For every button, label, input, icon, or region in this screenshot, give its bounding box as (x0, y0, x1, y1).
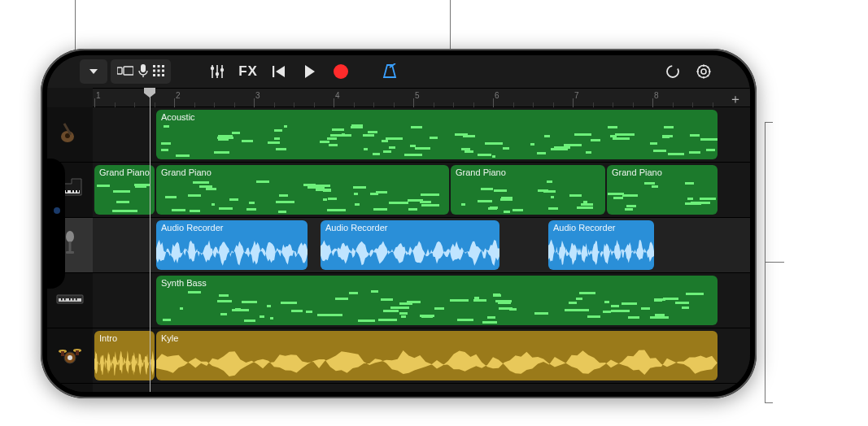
region[interactable]: Intro (94, 331, 155, 380)
fx-button[interactable]: FX (234, 59, 262, 84)
midi-content (451, 180, 605, 215)
region-label: Synth Bass (156, 276, 718, 290)
bar-number: 2 (176, 91, 181, 100)
skip-back-icon (273, 66, 286, 77)
svg-rect-37 (71, 190, 72, 193)
svg-rect-41 (69, 241, 72, 251)
svg-rect-36 (66, 190, 68, 193)
nav-menu-button[interactable] (80, 59, 107, 84)
drums-icon (56, 343, 84, 369)
guitar-icon (58, 120, 82, 150)
region[interactable]: Audio Recorder (321, 220, 499, 270)
bar-number: 6 (495, 91, 499, 100)
svg-rect-4 (158, 65, 160, 67)
callout-tick (765, 402, 773, 403)
play-button[interactable] (296, 59, 324, 84)
region-label: Acoustic (156, 110, 718, 124)
svg-line-27 (699, 67, 700, 68)
region[interactable]: Grand Piano (451, 165, 605, 215)
svg-rect-46 (64, 298, 66, 301)
svg-rect-11 (162, 74, 164, 76)
svg-point-40 (66, 231, 74, 242)
toolbar: FX (47, 55, 750, 88)
track-header[interactable] (47, 107, 93, 163)
svg-rect-3 (153, 65, 155, 67)
notch (47, 159, 65, 289)
svg-rect-54 (61, 351, 64, 356)
svg-rect-6 (153, 69, 155, 72)
sections-icon[interactable] (117, 65, 133, 79)
record-button[interactable] (327, 59, 355, 84)
chevron-down-icon (88, 66, 99, 77)
track-lane[interactable]: Acoustic (93, 107, 750, 163)
svg-rect-7 (158, 69, 160, 72)
svg-rect-49 (76, 298, 77, 301)
svg-rect-38 (74, 190, 76, 193)
keyboard-icon (56, 290, 84, 311)
metronome-button[interactable] (376, 59, 403, 84)
track-lane[interactable]: Synth Bass (93, 273, 750, 328)
record-icon (334, 64, 348, 79)
svg-point-17 (220, 68, 224, 72)
region[interactable]: Audio Recorder (548, 220, 654, 270)
screen: FX 12345678 ＋ (47, 55, 750, 392)
region[interactable]: Synth Bass (156, 276, 718, 325)
svg-rect-0 (117, 67, 122, 74)
region[interactable]: Kyle (156, 331, 718, 380)
track-lane[interactable]: Grand PianoGrand PianoGrand PianoGrand P… (93, 163, 750, 218)
waveform-content (321, 235, 499, 270)
bar-number: 4 (335, 91, 340, 100)
region-label: Intro (94, 331, 155, 346)
go-to-start-button[interactable] (265, 59, 293, 84)
svg-rect-10 (158, 74, 160, 76)
ruler[interactable]: 12345678 (93, 88, 750, 107)
svg-point-15 (211, 67, 214, 70)
track-header[interactable] (47, 328, 93, 384)
svg-point-20 (667, 66, 678, 77)
waveform-content (156, 235, 308, 270)
waveform-content (94, 346, 155, 380)
svg-rect-8 (162, 69, 164, 72)
midi-content (94, 180, 155, 215)
bar-number: 8 (654, 91, 659, 100)
track-lane[interactable]: IntroKyle (93, 328, 750, 384)
region[interactable]: Acoustic (156, 110, 718, 159)
tracks-area[interactable]: AcousticGrand PianoGrand PianoGrand Pian… (93, 107, 750, 392)
midi-content (156, 290, 718, 325)
bar-number: 7 (574, 91, 579, 100)
grid-icon[interactable] (153, 65, 164, 79)
region-label: Audio Recorder (156, 220, 308, 235)
settings-button[interactable] (690, 59, 718, 84)
svg-line-29 (699, 76, 700, 77)
playhead[interactable] (150, 88, 150, 392)
loop-button[interactable] (659, 59, 687, 84)
metronome-icon (382, 63, 398, 80)
callout-tick (765, 262, 784, 263)
midi-content (156, 124, 718, 159)
svg-rect-55 (76, 350, 79, 355)
waveform-content (548, 235, 654, 270)
svg-rect-42 (66, 251, 74, 254)
region[interactable]: Grand Piano (607, 165, 718, 215)
midi-content (156, 180, 449, 215)
mixer-button[interactable] (203, 59, 231, 84)
region[interactable]: Grand Piano (94, 165, 155, 215)
track-lane[interactable]: Audio RecorderAudio RecorderAudio Record… (93, 218, 750, 273)
region[interactable]: Audio Recorder (156, 220, 308, 270)
region-label: Grand Piano (607, 165, 718, 180)
phone-frame: FX 12345678 ＋ (41, 49, 757, 398)
svg-rect-2 (141, 64, 146, 72)
region-label: Grand Piano (156, 165, 449, 180)
svg-point-22 (701, 69, 706, 74)
add-section-button[interactable]: ＋ (729, 91, 742, 108)
region[interactable]: Grand Piano (156, 165, 449, 215)
loop-icon (665, 63, 681, 80)
svg-point-51 (68, 355, 72, 360)
svg-point-16 (216, 72, 219, 76)
svg-rect-47 (69, 298, 71, 301)
svg-rect-48 (72, 298, 74, 301)
view-group (111, 59, 171, 84)
svg-line-30 (708, 67, 709, 68)
microphone-icon[interactable] (138, 64, 148, 80)
region-label: Kyle (156, 331, 718, 346)
